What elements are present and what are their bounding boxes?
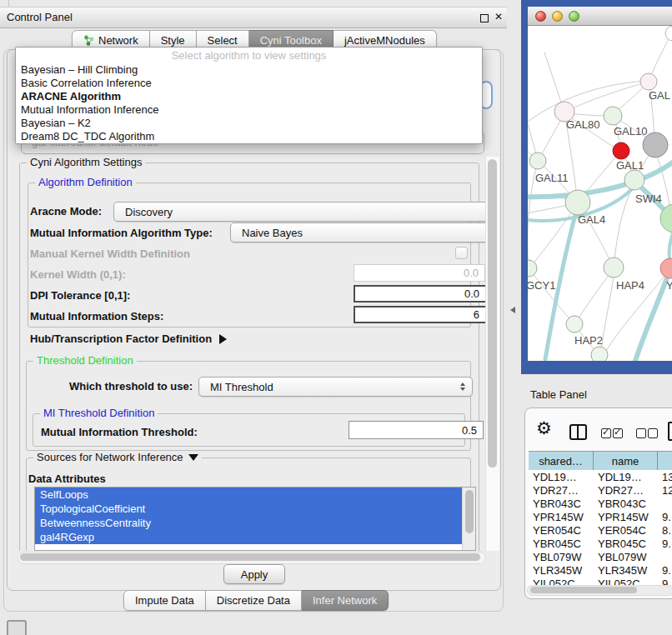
window-close-icon[interactable] — [535, 11, 546, 22]
table-cell[interactable]: YBR043C — [594, 497, 658, 510]
table-cell[interactable]: YDR27… — [529, 483, 594, 497]
network-window-titlebar[interactable] — [528, 7, 672, 26]
network-edge[interactable] — [579, 271, 612, 318]
table-cell[interactable] — [658, 497, 672, 510]
float-window-icon[interactable] — [480, 14, 489, 22]
columns-icon[interactable] — [569, 424, 587, 440]
table-rows[interactable]: YDL19…YDL19…13YDR27…YDR27…12YBR043CYBR04… — [529, 470, 672, 585]
collapsed-panel-icon[interactable] — [7, 620, 27, 635]
node-gcy1[interactable] — [528, 260, 537, 277]
mi-steps-field[interactable]: 6 — [354, 306, 485, 323]
node-pink-right[interactable] — [660, 258, 672, 278]
settings-horizontal-scrollbar[interactable] — [18, 552, 486, 564]
table-cell[interactable]: 9. — [658, 537, 672, 550]
algorithm-option-basic-correlation-inference[interactable]: Basic Correlation Inference — [16, 77, 482, 90]
network-edge[interactable] — [540, 115, 564, 158]
apply-button[interactable]: Apply — [223, 564, 285, 584]
node-gal1[interactable] — [613, 142, 629, 159]
attribute-item-topologicalcoefficient[interactable]: TopologicalCoefficient — [35, 502, 462, 516]
checked-checkbox-icon[interactable] — [601, 428, 611, 438]
table-row[interactable]: YPR145WYPR145W9. — [529, 510, 672, 523]
table-row[interactable]: YDL19…YDL19…13 — [529, 470, 672, 483]
close-icon[interactable]: ✕ — [494, 11, 503, 22]
table-row[interactable]: YIL052CYIL052C9. — [529, 577, 672, 585]
tab-infer-network[interactable]: Infer Network — [302, 590, 389, 611]
table-cell[interactable]: YBL079W — [594, 550, 658, 563]
document-icon[interactable] — [668, 422, 672, 441]
table-row[interactable]: YBR045CYBR045C9. — [529, 537, 672, 550]
table-cell[interactable]: YDR27… — [594, 483, 658, 497]
settings-vertical-scrollbar[interactable] — [485, 157, 499, 551]
node-top-right[interactable] — [665, 26, 672, 41]
table-cell[interactable]: YBR045C — [529, 537, 594, 550]
algorithm-option-aracne-algorithm[interactable]: ARACNE Algorithm — [16, 90, 482, 103]
table-row[interactable]: YDR27…YDR27…12 — [529, 483, 672, 497]
algorithm-option-dream8-dc-tdc-algorithm[interactable]: Dream8 DC_TDC Algorithm — [16, 130, 482, 143]
column-header-shared[interactable]: shared… — [529, 452, 594, 471]
unchecked-checkbox-icon[interactable] — [648, 428, 658, 438]
scrollbar-thumb[interactable] — [488, 159, 497, 468]
table-header-row[interactable]: shared…name — [529, 451, 672, 472]
table-cell[interactable]: YBR045C — [594, 537, 658, 550]
list-scrollbar[interactable] — [462, 488, 475, 550]
table-row[interactable]: YLR345WYLR345W9. — [529, 563, 672, 577]
splitter-collapse-icon[interactable] — [510, 307, 515, 313]
node-gal10[interactable] — [604, 107, 622, 125]
node-gal4[interactable] — [565, 190, 590, 215]
table-cell[interactable]: YPR145W — [529, 510, 594, 523]
network-graph[interactable]: GALGAL80GAL10GAL1GAL11SWI4GAL4GCY1HAP4YH… — [528, 26, 672, 361]
expand-right-icon[interactable] — [219, 334, 227, 344]
node-hap2[interactable] — [566, 316, 583, 332]
tab-discretize-data[interactable]: Discretize Data — [206, 590, 302, 611]
table-cell[interactable]: YER054C — [594, 523, 658, 537]
scrollbar-thumb[interactable] — [20, 553, 480, 561]
gear-icon[interactable]: ⚙︎ — [536, 420, 552, 438]
window-minimize-icon[interactable] — [552, 11, 563, 22]
table-cell[interactable]: YBR043C — [529, 497, 594, 510]
tab-impute-data[interactable]: Impute Data — [123, 590, 206, 611]
attribute-item-gal4rgexp[interactable]: gal4RGexp — [35, 530, 462, 544]
network-edge[interactable] — [615, 84, 647, 112]
mi-threshold-field[interactable]: 0.5 — [349, 421, 484, 439]
column-header-name[interactable]: name — [594, 452, 658, 471]
dpi-tolerance-field[interactable]: 0.0 — [354, 285, 485, 302]
attribute-item-betweennesscentrality[interactable]: BetweennessCentrality — [35, 516, 462, 530]
network-view-window[interactable]: GALGAL80GAL10GAL1GAL11SWI4GAL4GCY1HAP4YH… — [528, 7, 672, 361]
table-cell[interactable]: YLR345W — [594, 563, 658, 577]
table-cell[interactable] — [658, 550, 672, 563]
node-swi4[interactable] — [624, 170, 644, 190]
network-canvas[interactable]: GALGAL80GAL10GAL1GAL11SWI4GAL4GCY1HAP4YH… — [528, 26, 672, 361]
table-cell[interactable]: YIL052C — [594, 577, 658, 585]
which-threshold-combobox[interactable]: MI Threshold — [198, 377, 473, 397]
hub-definition-section[interactable]: Hub/Transcription Factor Definition — [30, 332, 227, 345]
column-header-2[interactable] — [658, 452, 672, 471]
kernel-width-field[interactable]: 0.0 — [354, 264, 485, 282]
table-cell[interactable]: YIL052C — [529, 577, 594, 585]
table-cell[interactable]: YPR145W — [594, 510, 658, 523]
manual-kernel-checkbox[interactable] — [455, 247, 468, 259]
table-cell[interactable]: YER054C — [529, 523, 594, 537]
list-scrollbar-thumb[interactable] — [465, 490, 474, 533]
table-cell[interactable]: YDL19… — [594, 470, 658, 483]
table-cell[interactable]: 9. — [658, 563, 672, 577]
table-row[interactable]: YER054CYER054C8. — [529, 523, 672, 537]
algorithm-option-mutual-information-inference[interactable]: Mutual Information Inference — [16, 103, 482, 117]
table-row[interactable]: YBL079WYBL079W — [529, 550, 672, 563]
table-row[interactable]: YBR043CYBR043C — [529, 497, 672, 510]
scrollbar-thumb[interactable] — [530, 587, 637, 593]
checked-checkbox-icon[interactable] — [613, 428, 623, 438]
attribute-item-selfloops[interactable]: SelfLoops — [35, 488, 462, 502]
collapse-down-icon[interactable] — [188, 454, 198, 461]
node-bottom[interactable] — [591, 347, 608, 361]
table-cell[interactable]: YLR345W — [529, 563, 594, 577]
mi-type-combobox[interactable]: Naive Bayes — [230, 222, 485, 242]
table-cell[interactable]: 8. — [658, 523, 672, 537]
node-top-pink[interactable] — [640, 73, 657, 90]
table-cell[interactable]: YDL19… — [529, 470, 594, 483]
table-cell[interactable]: 9. — [658, 577, 672, 585]
algorithm-option-bayesian-k2[interactable]: Bayesian – K2 — [16, 117, 482, 130]
node-gal11[interactable] — [529, 152, 546, 169]
aracne-mode-combobox[interactable]: Discovery — [113, 202, 485, 222]
network-edge[interactable] — [650, 34, 671, 78]
table-cell[interactable]: 12 — [658, 483, 672, 497]
